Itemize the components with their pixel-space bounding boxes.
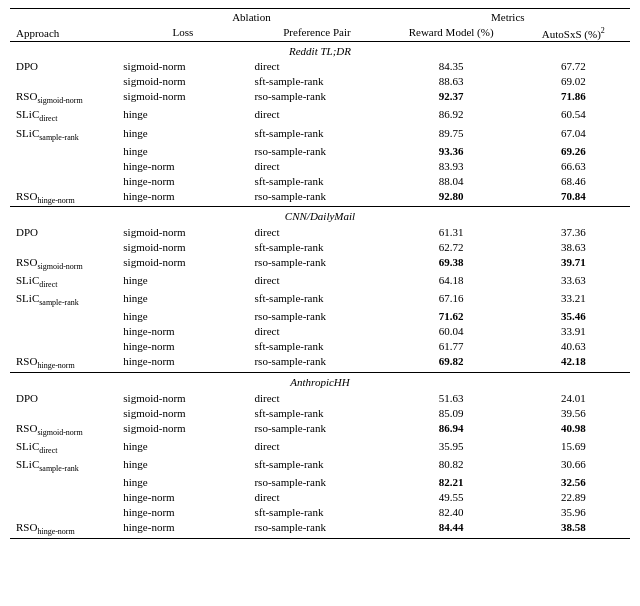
approach-cell <box>10 405 117 420</box>
reward-cell: 69.38 <box>386 254 517 272</box>
pref-header: Preference Pair <box>248 24 385 41</box>
reward-cell: 89.75 <box>386 125 517 143</box>
autosxs-cell: 68.46 <box>517 173 630 188</box>
autosxs-cell: 67.72 <box>517 59 630 74</box>
reward-cell: 88.63 <box>386 74 517 89</box>
pref-cell: rso-sample-rank <box>248 143 385 158</box>
approach-cell <box>10 309 117 324</box>
autosxs-cell: 70.84 <box>517 188 630 207</box>
approach-header: Approach <box>10 9 117 42</box>
loss-cell: hinge-norm <box>117 520 248 539</box>
reward-cell: 35.95 <box>386 438 517 456</box>
approach-cell: SLiCsample-rank <box>10 125 117 143</box>
autosxs-cell: 38.63 <box>517 239 630 254</box>
autosxs-cell: 32.56 <box>517 475 630 490</box>
autosxs-cell: 22.89 <box>517 490 630 505</box>
table-row: sigmoid-normsft-sample-rank85.0939.56 <box>10 405 630 420</box>
approach-cell: SLiCdirect <box>10 273 117 291</box>
reward-cell: 84.35 <box>386 59 517 74</box>
loss-cell: sigmoid-norm <box>117 239 248 254</box>
table-row: RSOsigmoid-normsigmoid-normrso-sample-ra… <box>10 254 630 272</box>
loss-cell: hinge <box>117 438 248 456</box>
table-row: sigmoid-normsft-sample-rank88.6369.02 <box>10 74 630 89</box>
table-row: hinge-normdirect83.9366.63 <box>10 158 630 173</box>
reward-cell: 69.82 <box>386 354 517 373</box>
pref-cell: direct <box>248 438 385 456</box>
autosxs-cell: 33.63 <box>517 273 630 291</box>
table-row: hinge-normsft-sample-rank82.4035.96 <box>10 505 630 520</box>
pref-cell: rso-sample-rank <box>248 188 385 207</box>
reward-cell: 64.18 <box>386 273 517 291</box>
approach-cell: SLiCdirect <box>10 438 117 456</box>
table-row: RSOhinge-normhinge-normrso-sample-rank84… <box>10 520 630 539</box>
pref-cell: direct <box>248 490 385 505</box>
loss-cell: sigmoid-norm <box>117 390 248 405</box>
ablation-header: Ablation <box>117 9 385 25</box>
approach-cell: RSOhinge-norm <box>10 188 117 207</box>
table-row: SLiCsample-rankhingesft-sample-rank89.75… <box>10 125 630 143</box>
loss-cell: sigmoid-norm <box>117 405 248 420</box>
autosxs-cell: 42.18 <box>517 354 630 373</box>
reward-cell: 86.94 <box>386 420 517 438</box>
section-header-1: CNN/DailyMail <box>10 207 630 225</box>
approach-cell: DPO <box>10 390 117 405</box>
loss-cell: hinge <box>117 457 248 475</box>
pref-cell: direct <box>248 107 385 125</box>
pref-cell: direct <box>248 224 385 239</box>
pref-cell: sft-sample-rank <box>248 74 385 89</box>
table-row: SLiCdirecthingedirect64.1833.63 <box>10 273 630 291</box>
autosxs-cell: 15.69 <box>517 438 630 456</box>
pref-cell: direct <box>248 59 385 74</box>
pref-cell: sft-sample-rank <box>248 505 385 520</box>
loss-cell: hinge-norm <box>117 158 248 173</box>
autosxs-cell: 30.66 <box>517 457 630 475</box>
pref-cell: sft-sample-rank <box>248 339 385 354</box>
pref-cell: rso-sample-rank <box>248 309 385 324</box>
pref-cell: sft-sample-rank <box>248 405 385 420</box>
pref-cell: direct <box>248 273 385 291</box>
approach-cell: SLiCsample-rank <box>10 457 117 475</box>
reward-cell: 80.82 <box>386 457 517 475</box>
table-row: hinge-normdirect49.5522.89 <box>10 490 630 505</box>
autosxs-cell: 38.58 <box>517 520 630 539</box>
reward-cell: 61.77 <box>386 339 517 354</box>
table-row: RSOhinge-normhinge-normrso-sample-rank69… <box>10 354 630 373</box>
pref-cell: direct <box>248 390 385 405</box>
autosxs-header: AutoSxS (%)2 <box>517 24 630 41</box>
approach-cell: DPO <box>10 224 117 239</box>
table-row: RSOhinge-normhinge-normrso-sample-rank92… <box>10 188 630 207</box>
reward-cell: 60.04 <box>386 324 517 339</box>
table-row: sigmoid-normsft-sample-rank62.7238.63 <box>10 239 630 254</box>
approach-cell <box>10 505 117 520</box>
loss-cell: hinge-norm <box>117 173 248 188</box>
table-row: RSOsigmoid-normsigmoid-normrso-sample-ra… <box>10 420 630 438</box>
loss-cell: sigmoid-norm <box>117 59 248 74</box>
approach-cell <box>10 158 117 173</box>
pref-cell: rso-sample-rank <box>248 420 385 438</box>
approach-cell <box>10 475 117 490</box>
metrics-header: Metrics <box>386 9 630 25</box>
table-row: SLiCdirecthingedirect35.9515.69 <box>10 438 630 456</box>
table-row: hingerso-sample-rank82.2132.56 <box>10 475 630 490</box>
autosxs-cell: 33.21 <box>517 291 630 309</box>
section-header-0: Reddit TL;DR <box>10 41 630 59</box>
table-row: hingerso-sample-rank71.6235.46 <box>10 309 630 324</box>
reward-cell: 83.93 <box>386 158 517 173</box>
pref-cell: sft-sample-rank <box>248 457 385 475</box>
reward-cell: 84.44 <box>386 520 517 539</box>
autosxs-cell: 60.54 <box>517 107 630 125</box>
loss-cell: hinge <box>117 309 248 324</box>
loss-cell: sigmoid-norm <box>117 224 248 239</box>
autosxs-cell: 40.98 <box>517 420 630 438</box>
approach-cell <box>10 324 117 339</box>
pref-cell: rso-sample-rank <box>248 475 385 490</box>
approach-cell: RSOhinge-norm <box>10 520 117 539</box>
section-title-2: AnthropicHH <box>10 373 630 391</box>
approach-cell: RSOsigmoid-norm <box>10 420 117 438</box>
table-row: hinge-normsft-sample-rank88.0468.46 <box>10 173 630 188</box>
table-row: DPOsigmoid-normdirect51.6324.01 <box>10 390 630 405</box>
autosxs-cell: 35.96 <box>517 505 630 520</box>
section-title-1: CNN/DailyMail <box>10 207 630 225</box>
loss-cell: sigmoid-norm <box>117 74 248 89</box>
autosxs-cell: 35.46 <box>517 309 630 324</box>
